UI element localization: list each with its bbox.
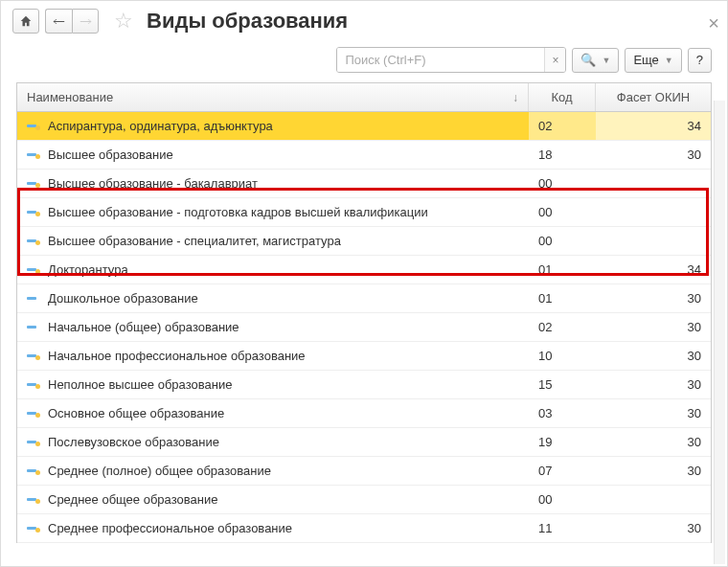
cell-code: 00 <box>529 486 596 513</box>
cell-code: 00 <box>529 198 596 226</box>
magnifier-icon: 🔍 <box>580 53 596 67</box>
table-row[interactable]: Неполное высшее образование1530 <box>17 371 711 399</box>
back-button[interactable]: 🡐 <box>45 9 72 34</box>
row-item-icon <box>27 150 40 160</box>
row-name-text: Среднее общее образование <box>48 492 217 507</box>
cell-code: 02 <box>529 313 596 341</box>
row-item-icon <box>27 409 40 419</box>
cell-name: Начальное профессиональное образование <box>17 342 529 370</box>
cell-name: Дошкольное образование <box>17 284 529 312</box>
cell-code: 00 <box>529 170 596 197</box>
row-item-icon <box>27 524 40 533</box>
row-item-icon <box>27 323 40 332</box>
help-button[interactable]: ? <box>688 48 712 73</box>
cell-name: Высшее образование <box>17 141 529 169</box>
search-box: × <box>336 47 566 73</box>
cell-name: Основное общее образование <box>17 399 529 427</box>
sort-arrow-icon: ↓ <box>512 91 518 104</box>
row-item-icon <box>27 466 40 476</box>
home-button[interactable] <box>12 9 39 34</box>
row-item-icon <box>27 380 40 390</box>
cell-facet: 30 <box>596 514 711 542</box>
vertical-scrollbar[interactable] <box>714 101 725 564</box>
cell-facet <box>596 170 711 197</box>
cell-name: Среднее (полное) общее образование <box>17 457 529 485</box>
table-row[interactable]: Начальное профессиональное образование10… <box>17 342 711 371</box>
table-row[interactable]: Послевузовское образование1930 <box>17 428 711 457</box>
row-item-icon <box>27 438 40 447</box>
table-row[interactable]: Высшее образование - бакалавриат00 <box>17 170 711 198</box>
row-name-text: Докторантура <box>48 262 128 277</box>
table-row[interactable]: Среднее (полное) общее образование0730 <box>17 457 711 486</box>
cell-facet: 30 <box>596 284 711 312</box>
cell-code: 10 <box>529 342 596 370</box>
page-title: Виды образования <box>147 9 348 34</box>
table-row[interactable]: Высшее образование - специалитет, магист… <box>17 227 711 256</box>
favorite-star-icon[interactable]: ☆ <box>114 9 133 34</box>
row-name-text: Начальное (общее) образование <box>48 320 239 334</box>
row-item-icon <box>27 294 40 304</box>
column-header-name[interactable]: Наименование ↓ <box>17 83 529 111</box>
cell-facet: 30 <box>596 371 711 398</box>
row-name-text: Послевузовское образование <box>48 435 219 449</box>
table-row[interactable]: Среднее общее образование00 <box>17 486 711 514</box>
row-name-text: Среднее профессиональное образование <box>48 521 292 535</box>
topbar: 🡐 🡒 ☆ Виды образования × <box>1 1 727 41</box>
cell-code: 07 <box>529 457 596 485</box>
cell-facet <box>596 227 711 255</box>
cell-facet <box>596 486 711 513</box>
search-clear-button[interactable]: × <box>544 48 565 72</box>
table-row[interactable]: Высшее образование - подготовка кадров в… <box>17 198 711 227</box>
cell-code: 03 <box>529 399 596 427</box>
row-item-icon <box>27 122 40 131</box>
row-name-text: Дошкольное образование <box>48 291 198 306</box>
more-label: Еще <box>633 53 658 67</box>
cell-facet: 30 <box>596 457 711 485</box>
row-item-icon <box>27 495 40 505</box>
nav-group: 🡐 🡒 <box>45 9 99 34</box>
row-item-icon <box>27 352 40 361</box>
row-name-text: Среднее (полное) общее образование <box>48 464 271 478</box>
cell-facet: 34 <box>596 256 711 284</box>
table-body: Аспирантура, ординатура, адъюнктура0234В… <box>17 112 711 543</box>
cell-facet: 30 <box>596 399 711 427</box>
cell-name: Высшее образование - подготовка кадров в… <box>17 198 529 226</box>
search-input[interactable] <box>337 48 544 72</box>
cell-code: 01 <box>529 256 596 284</box>
row-name-text: Высшее образование - специалитет, магист… <box>48 234 341 248</box>
row-name-text: Высшее образование <box>48 147 173 162</box>
close-icon[interactable]: × <box>708 12 719 34</box>
cell-code: 01 <box>529 284 596 312</box>
forward-button[interactable]: 🡒 <box>72 9 99 34</box>
search-dropdown-button[interactable]: 🔍▼ <box>572 48 619 73</box>
cell-name: Высшее образование - специалитет, магист… <box>17 227 529 255</box>
row-item-icon <box>27 237 40 246</box>
cell-code: 15 <box>529 371 596 398</box>
toolbar: × 🔍▼ Еще▼ ? <box>1 41 727 82</box>
column-header-code[interactable]: Код <box>529 83 596 111</box>
cell-name: Начальное (общее) образование <box>17 313 529 341</box>
row-item-icon <box>27 179 40 189</box>
table-row[interactable]: Дошкольное образование0130 <box>17 284 711 313</box>
cell-code: 19 <box>529 428 596 456</box>
row-name-text: Высшее образование - бакалавриат <box>48 176 258 191</box>
row-name-text: Основное общее образование <box>48 406 224 420</box>
table-row[interactable]: Среднее профессиональное образование1130 <box>17 514 711 543</box>
table-row[interactable]: Аспирантура, ординатура, адъюнктура0234 <box>17 112 711 141</box>
table-row[interactable]: Высшее образование1830 <box>17 141 711 170</box>
column-header-facet[interactable]: Фасет ОКИН <box>596 83 711 111</box>
education-types-table: Наименование ↓ Код Фасет ОКИН Аспирантур… <box>16 82 712 543</box>
cell-facet: 30 <box>596 428 711 456</box>
row-name-text: Неполное высшее образование <box>48 377 232 392</box>
cell-code: 02 <box>529 112 596 140</box>
table-row[interactable]: Начальное (общее) образование0230 <box>17 313 711 342</box>
table-row[interactable]: Основное общее образование0330 <box>17 399 711 428</box>
table-row[interactable]: Докторантура0134 <box>17 256 711 284</box>
cell-name: Аспирантура, ординатура, адъюнктура <box>17 112 529 140</box>
row-item-icon <box>27 208 40 217</box>
table-header: Наименование ↓ Код Фасет ОКИН <box>17 83 711 112</box>
cell-facet: 34 <box>596 112 711 140</box>
cell-name: Неполное высшее образование <box>17 371 529 398</box>
row-name-text: Аспирантура, ординатура, адъюнктура <box>48 119 273 133</box>
more-button[interactable]: Еще▼ <box>625 48 681 73</box>
